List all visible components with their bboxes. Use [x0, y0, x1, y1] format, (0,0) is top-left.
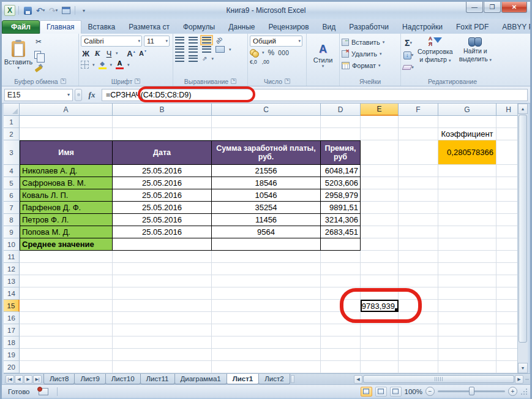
cell-B11[interactable] [113, 251, 212, 263]
cell-E5[interactable] [361, 177, 399, 189]
cell-D2[interactable] [321, 128, 361, 140]
column-header-C[interactable]: C [212, 104, 321, 116]
new-window-button[interactable] [61, 5, 72, 16]
cell-A7[interactable]: Парфенов Д. Ф. [20, 202, 113, 214]
cell-G5[interactable] [438, 177, 496, 189]
percent-format-button[interactable]: % [268, 48, 275, 57]
cell-F18[interactable] [399, 336, 438, 349]
dialog-launcher-icon[interactable] [231, 78, 236, 84]
increase-indent-icon[interactable] [189, 55, 198, 62]
row-header-18[interactable]: 18 [4, 336, 20, 349]
ribbon-tab-8[interactable]: Разработчи [342, 20, 395, 34]
cell-E20[interactable] [361, 361, 399, 373]
cell-G11[interactable] [438, 251, 496, 263]
cell-E11[interactable] [361, 251, 399, 263]
horizontal-scroll-thumb[interactable] [363, 375, 514, 383]
scroll-down-icon[interactable]: ▼ [518, 363, 528, 373]
cut-button[interactable]: ✂ [33, 36, 44, 47]
cell-E14[interactable] [361, 287, 399, 300]
zoom-slider[interactable] [438, 390, 505, 392]
cell-A15[interactable] [20, 300, 113, 312]
row-header-17[interactable]: 17 [4, 324, 20, 336]
cell-B20[interactable] [113, 361, 212, 373]
tab-area-splitter[interactable] [291, 375, 294, 383]
ribbon-tab-0[interactable]: Файл [2, 20, 40, 34]
cell-B12[interactable] [113, 263, 212, 275]
cell-C15[interactable] [212, 300, 321, 312]
cell-A17[interactable] [20, 324, 113, 336]
merge-center-icon[interactable] [215, 46, 225, 53]
cell-C16[interactable] [212, 312, 321, 324]
sheet-tab-Лист2[interactable]: Лист2 [258, 374, 290, 384]
wrap-text-icon[interactable]: ⇗ [202, 55, 207, 62]
cell-F3[interactable] [399, 140, 438, 165]
borders-icon[interactable] [81, 61, 89, 69]
cell-G1[interactable] [438, 116, 496, 128]
cell-F2[interactable] [399, 128, 438, 140]
row-header-11[interactable]: 11 [4, 251, 20, 263]
cell-E12[interactable] [361, 263, 399, 275]
horizontal-scrollbar[interactable]: ◀ ▶ [353, 374, 531, 384]
cell-C11[interactable] [212, 251, 321, 263]
ribbon-tab-4[interactable]: Формулы [176, 20, 222, 34]
cell-F12[interactable] [399, 263, 438, 275]
cell-F17[interactable] [399, 324, 438, 336]
row-header-14[interactable]: 14 [4, 287, 20, 300]
cell-E15[interactable]: 9783,939 [361, 300, 399, 312]
cell-G14[interactable] [438, 287, 496, 300]
cell-F10[interactable] [399, 238, 438, 251]
cell-A12[interactable] [20, 263, 113, 275]
name-box[interactable]: E15▾ [4, 89, 73, 101]
cell-B16[interactable] [113, 312, 212, 324]
dialog-launcher-icon[interactable] [61, 78, 66, 84]
column-header-F[interactable]: F [399, 104, 438, 116]
cell-G10[interactable] [438, 238, 496, 251]
cell-C1[interactable] [212, 116, 321, 128]
row-header-4[interactable]: 4 [4, 165, 20, 177]
cell-F11[interactable] [399, 251, 438, 263]
cell-G15[interactable] [438, 300, 496, 312]
sheet-tab-Лист11[interactable]: Лист11 [140, 374, 175, 384]
row-header-3[interactable]: 3 [4, 140, 20, 165]
row-header-19[interactable]: 19 [4, 349, 20, 361]
cell-B14[interactable] [113, 287, 212, 300]
paste-button[interactable]: Вставить ▾ [4, 35, 33, 77]
cell-C12[interactable] [212, 263, 321, 275]
cell-C7[interactable]: 35254 [212, 202, 321, 214]
cell-A10[interactable]: Среднее значение [20, 238, 113, 251]
cell-C19[interactable] [212, 349, 321, 361]
cell-D8[interactable]: 3214,306 [321, 214, 361, 226]
row-header-20[interactable]: 20 [4, 361, 20, 373]
macro-record-icon[interactable] [39, 388, 48, 395]
format-painter-button[interactable] [33, 62, 44, 73]
font-color-button[interactable]: А [116, 60, 124, 69]
cell-B1[interactable] [113, 116, 212, 128]
zoom-slider-handle[interactable] [469, 387, 474, 395]
scroll-right-icon[interactable]: ▶ [515, 375, 523, 384]
cell-A8[interactable]: Петров Ф. Л. [20, 214, 113, 226]
cell-B10[interactable] [113, 238, 212, 251]
customize-qat-button[interactable]: ▼ [78, 5, 89, 16]
cell-B18[interactable] [113, 336, 212, 349]
close-button[interactable]: ✕ [501, 2, 527, 13]
ribbon-tab-5[interactable]: Данные [222, 20, 261, 34]
scroll-up-icon[interactable]: ▲ [518, 104, 528, 114]
cell-A14[interactable] [20, 287, 113, 300]
column-header-D[interactable]: D [321, 104, 361, 116]
cell-A2[interactable] [20, 128, 113, 140]
cell-G17[interactable] [438, 324, 496, 336]
row-header-7[interactable]: 7 [4, 202, 20, 214]
clear-button[interactable]: ▾ [403, 62, 414, 73]
row-header-8[interactable]: 8 [4, 214, 20, 226]
cell-C13[interactable] [212, 275, 321, 287]
ribbon-tab-7[interactable]: Вид [316, 20, 343, 34]
cell-C4[interactable]: 21556 [212, 165, 321, 177]
cell-D19[interactable] [321, 349, 361, 361]
cell-G20[interactable] [438, 361, 496, 373]
cell-C8[interactable]: 11456 [212, 214, 321, 226]
cell-B5[interactable]: 25.05.2016 [113, 177, 212, 189]
cell-C18[interactable] [212, 336, 321, 349]
page-break-view-button[interactable] [390, 387, 402, 397]
column-header-G[interactable]: G [438, 104, 496, 116]
cell-A18[interactable] [20, 336, 113, 349]
